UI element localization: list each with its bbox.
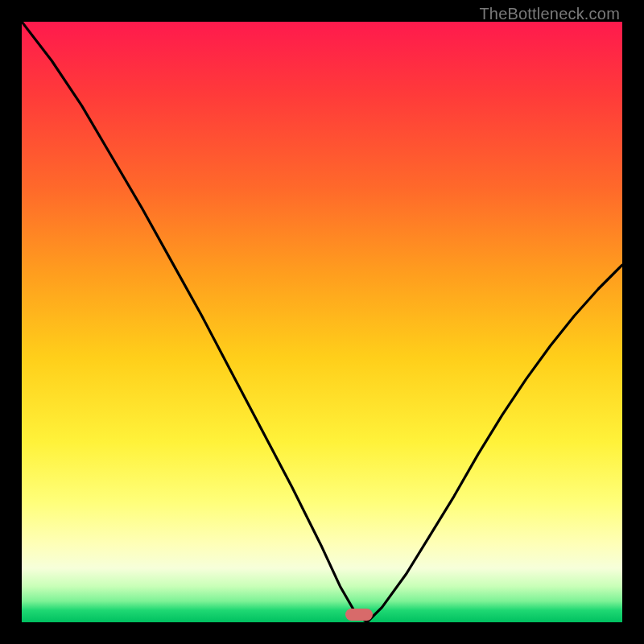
curve-right-branch: [367, 265, 622, 622]
watermark-text: TheBottleneck.com: [479, 5, 620, 23]
bottleneck-curve: [22, 22, 622, 622]
plot-area: [22, 22, 622, 622]
chart-frame: TheBottleneck.com: [0, 0, 644, 644]
curve-left-branch: [22, 22, 367, 622]
minimum-marker: [345, 609, 373, 621]
